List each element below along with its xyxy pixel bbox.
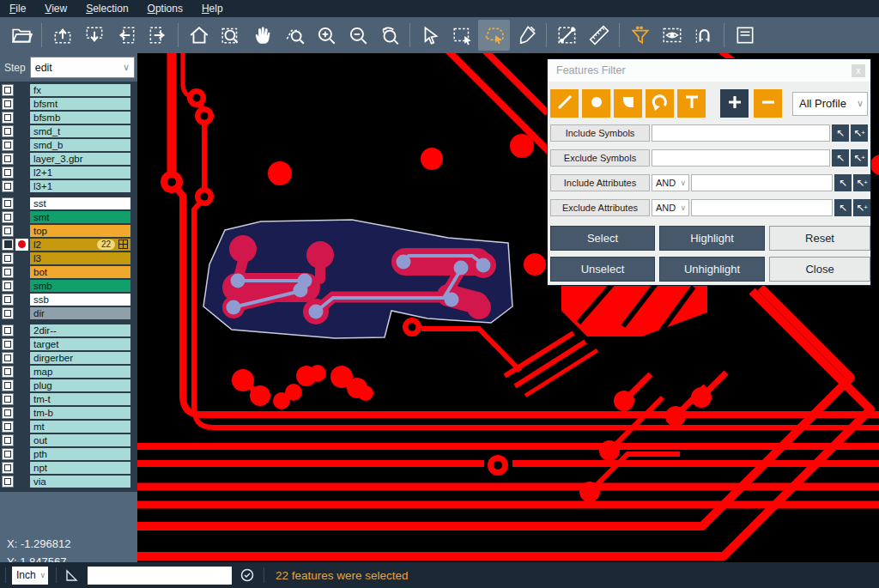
layer-name[interactable]: tm-t <box>30 393 130 405</box>
layer-visibility-checkbox[interactable] <box>2 407 14 419</box>
layer-indicator[interactable] <box>15 379 28 391</box>
layer-name[interactable]: smt <box>30 211 130 223</box>
home-view-button[interactable] <box>183 20 215 51</box>
include-attributes-input[interactable] <box>691 174 833 191</box>
layer-row-smd_b[interactable]: smd_b <box>0 138 137 151</box>
layer-name[interactable]: bfsmt <box>30 98 130 110</box>
layer-name[interactable]: ssb <box>30 294 130 306</box>
layer-visibility-checkbox[interactable] <box>2 197 14 209</box>
layer-indicator[interactable] <box>15 352 28 364</box>
layer-visibility-checkbox[interactable] <box>2 434 14 446</box>
layer-visibility-checkbox[interactable] <box>2 98 14 110</box>
unhighlight-button[interactable]: Unhighlight <box>659 257 765 282</box>
pick-attribute-button[interactable]: ↖ <box>834 174 852 191</box>
angle-measure-icon[interactable] <box>64 568 79 583</box>
layer-name[interactable]: npt <box>30 462 130 474</box>
layer-visibility-checkbox[interactable] <box>2 180 14 192</box>
include-symbols-input[interactable] <box>652 124 830 142</box>
zoom-out-button[interactable] <box>342 20 373 51</box>
layer-name[interactable]: dir <box>30 307 130 319</box>
layer-row-map[interactable]: map <box>0 365 137 378</box>
layer-row-pth[interactable]: pth <box>0 447 137 460</box>
layer-indicator[interactable] <box>15 84 28 96</box>
layer-indicator[interactable] <box>15 98 28 110</box>
exclude-symbols-button[interactable]: Exclude Symbols <box>550 149 650 167</box>
layer-visibility-checkbox[interactable] <box>2 307 14 319</box>
layer-name[interactable]: bfsmb <box>30 112 130 124</box>
remove-filter-button[interactable] <box>754 89 782 118</box>
layer-row-ssb[interactable]: ssb <box>0 293 137 306</box>
layer-row-npt[interactable]: npt <box>0 461 137 474</box>
layer-row-l2+1[interactable]: l2+1 <box>0 166 137 179</box>
layer-name[interactable]: bot <box>30 266 130 278</box>
layer-visibility-checkbox[interactable] <box>2 338 14 350</box>
layer-name[interactable]: l3+1 <box>30 180 130 192</box>
layer-indicator[interactable] <box>15 280 28 292</box>
layer-name[interactable]: fx <box>30 84 130 96</box>
layer-visibility-checkbox[interactable] <box>2 84 14 96</box>
layer-visibility-checkbox[interactable] <box>2 139 14 151</box>
pan-down-button[interactable] <box>78 20 110 51</box>
layer-indicator[interactable] <box>15 197 28 209</box>
menu-item-file[interactable]: File <box>0 0 35 17</box>
pointer-tool-button[interactable] <box>415 20 446 51</box>
layer-indicator[interactable] <box>15 338 28 350</box>
menu-item-selection[interactable]: Selection <box>76 0 137 17</box>
layer-visibility-checkbox[interactable] <box>2 153 14 165</box>
reset-button[interactable]: Reset <box>769 226 870 251</box>
layer-visibility-checkbox[interactable] <box>2 366 14 378</box>
layer-visibility-checkbox[interactable] <box>2 379 14 391</box>
include-attributes-operator-select[interactable]: AND ∨ <box>652 174 689 191</box>
unselect-button[interactable]: Unselect <box>550 257 655 282</box>
refresh-check-icon[interactable] <box>239 567 255 583</box>
line-feature-button[interactable] <box>550 89 579 118</box>
layer-visibility-checkbox[interactable] <box>2 324 14 336</box>
arc-feature-button[interactable] <box>646 89 674 118</box>
layer-row-layer_3.gbr[interactable]: layer_3.gbr <box>0 152 137 165</box>
layer-row-tm-t[interactable]: tm-t <box>0 392 137 405</box>
layer-name[interactable]: 2dir-- <box>30 324 130 336</box>
dialog-close-button[interactable]: x <box>852 64 865 77</box>
layer-row-target[interactable]: target <box>0 337 137 350</box>
pan-hand-button[interactable] <box>246 20 278 51</box>
layer-row-mt[interactable]: mt <box>0 420 137 433</box>
layer-row-smd_t[interactable]: smd_t <box>0 124 137 137</box>
pan-left-button[interactable] <box>110 20 142 51</box>
layer-name[interactable]: l222 <box>30 239 130 251</box>
layer-indicator[interactable] <box>15 324 28 336</box>
layer-name[interactable]: smd_b <box>30 139 130 151</box>
unit-select[interactable]: Inch ∨ <box>12 567 48 585</box>
pick-symbol-add-button[interactable]: ↖+ <box>851 124 868 142</box>
layer-name[interactable]: dirgerber <box>30 352 130 364</box>
command-input[interactable] <box>88 567 232 585</box>
zoom-in-button[interactable] <box>310 20 342 51</box>
add-filter-button[interactable] <box>720 89 749 118</box>
layer-indicator[interactable] <box>15 225 28 237</box>
layer-visibility-checkbox[interactable] <box>2 252 14 264</box>
snap-button[interactable] <box>688 20 719 51</box>
layer-indicator[interactable] <box>15 180 28 192</box>
layer-name[interactable]: target <box>30 338 130 350</box>
include-attributes-button[interactable]: Include Attributes <box>550 174 650 191</box>
layer-name[interactable]: l3 <box>30 252 130 264</box>
exclude-attributes-input[interactable] <box>691 199 833 216</box>
exclude-attributes-button[interactable]: Exclude Attributes <box>550 199 650 216</box>
layer-indicator[interactable] <box>15 266 28 278</box>
layer-row-plug[interactable]: plug <box>0 379 137 391</box>
pick-symbol-add-button[interactable]: ↖+ <box>851 149 868 167</box>
layer-name[interactable]: pth <box>30 448 130 460</box>
dialog-title-bar[interactable]: Features Filter x <box>548 59 870 82</box>
layer-indicator[interactable] <box>15 125 28 137</box>
layer-indicator[interactable] <box>15 167 28 179</box>
zoom-window-button[interactable] <box>215 20 246 51</box>
layer-row-tm-b[interactable]: tm-b <box>0 406 137 419</box>
layer-row-l3+1[interactable]: l3+1 <box>0 179 137 192</box>
layer-visibility-checkbox[interactable] <box>2 421 14 433</box>
layer-indicator[interactable] <box>15 153 28 165</box>
text-feature-button[interactable] <box>677 89 706 118</box>
step-combo[interactable]: edit ∨ <box>30 57 135 78</box>
features-filter-button[interactable] <box>624 20 656 51</box>
pan-right-button[interactable] <box>142 20 173 51</box>
view-options-button[interactable] <box>656 20 688 51</box>
pick-attribute-button[interactable]: ↖ <box>834 199 852 216</box>
